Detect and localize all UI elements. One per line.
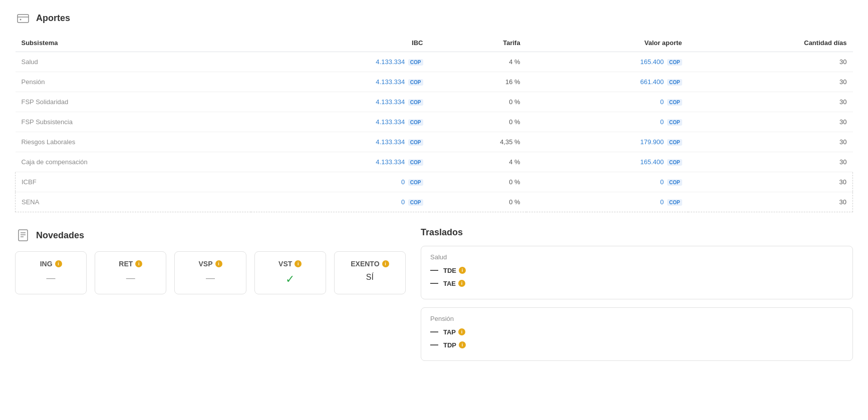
aportes-table: Subsistema IBC Tarifa Valor aporte Canti… <box>15 34 853 212</box>
ibc-cell: 4.133.334 COP <box>251 132 429 152</box>
ibc-cop-badge: COP <box>408 159 423 166</box>
subsystem-name: Salud <box>16 52 251 72</box>
ibc-cell: 4.133.334 COP <box>251 92 429 112</box>
info-icon-tae[interactable]: i <box>458 280 465 287</box>
valor-cell: 165.400 COP <box>526 152 688 172</box>
ibc-cop-badge: COP <box>408 99 423 106</box>
novedad-card-vst: VST i ✓ <box>254 251 326 294</box>
col-cantidad-dias: Cantidad días <box>688 34 853 52</box>
tarifa-cell: 0 % <box>429 92 526 112</box>
valor-cell: 0 COP <box>526 112 688 132</box>
valor-cell: 179.900 COP <box>526 132 688 152</box>
ibc-value: 0 <box>401 198 405 206</box>
subsystem-name: ICBF <box>16 172 251 192</box>
novedad-value-vst: ✓ <box>263 273 318 286</box>
traslado-row: — TDE i <box>430 266 843 275</box>
info-icon-vsp[interactable]: i <box>215 260 222 267</box>
dias-cell: 30 <box>688 132 853 152</box>
tarifa-cell: 0 % <box>429 192 526 212</box>
novedad-label-exento: EXENTO i <box>343 260 397 268</box>
ibc-cell: 4.133.334 COP <box>251 152 429 172</box>
info-icon-vst[interactable]: i <box>295 260 302 267</box>
dias-cell: 30 <box>688 92 853 112</box>
traslado-label-tdp: TDP i <box>443 341 466 349</box>
novedad-value-ret: — <box>103 273 158 283</box>
novedad-label-ing: ING i <box>24 260 78 268</box>
tarifa-cell: 0 % <box>429 112 526 132</box>
traslado-card-salud: Salud — TDE i — TAE i <box>421 246 853 299</box>
subsystem-name: SENA <box>16 192 251 212</box>
subsystem-name: Riesgos Laborales <box>16 132 251 152</box>
ibc-value: 4.133.334 <box>376 78 405 86</box>
valor-cop-badge: COP <box>667 119 682 126</box>
ibc-cop-badge: COP <box>408 199 423 206</box>
svg-rect-2 <box>19 230 28 241</box>
info-icon-ret[interactable]: i <box>135 260 142 267</box>
ibc-cop-badge: COP <box>408 59 423 66</box>
col-ibc: IBC <box>251 34 429 52</box>
ibc-cop-badge: COP <box>408 179 423 186</box>
page-container: Aportes Subsistema IBC Tarifa Valor apor… <box>0 0 868 420</box>
aportes-icon <box>15 10 31 26</box>
valor-cop-badge: COP <box>667 59 682 66</box>
novedades-section: Novedades ING i — RET i — VSP i — VST i … <box>15 227 406 369</box>
traslado-card-pensión: Pensión — TAP i — TDP i <box>421 307 853 361</box>
novedad-card-ing: ING i — <box>15 251 87 294</box>
tarifa-cell: 4,35 % <box>429 132 526 152</box>
table-row: FSP Subsistencia 4.133.334 COP 0 % 0 COP… <box>16 112 853 132</box>
ibc-cop-badge: COP <box>408 139 423 146</box>
novedades-cards: ING i — RET i — VSP i — VST i ✓ EXENTO i… <box>15 251 406 294</box>
traslado-label-tae: TAE i <box>443 280 465 287</box>
aportes-section-header: Aportes <box>15 10 853 26</box>
novedad-value-ing: — <box>24 273 78 283</box>
dias-cell: 30 <box>688 72 853 92</box>
traslados-section-header: Traslados <box>421 227 853 238</box>
info-icon-exento[interactable]: i <box>382 260 389 267</box>
ibc-value: 4.133.334 <box>376 118 405 126</box>
novedad-value-vsp: — <box>183 273 237 283</box>
valor-cell: 0 COP <box>526 192 688 212</box>
info-icon-ing[interactable]: i <box>55 260 62 267</box>
tarifa-cell: 0 % <box>429 172 526 192</box>
novedad-card-ret: RET i — <box>95 251 166 294</box>
traslado-dash: — <box>430 266 438 275</box>
traslado-label-tap: TAP i <box>443 328 465 336</box>
ibc-value: 4.133.334 <box>376 98 405 106</box>
col-subsistema: Subsistema <box>16 34 251 52</box>
ibc-cell: 4.133.334 COP <box>251 112 429 132</box>
dias-cell: 30 <box>688 52 853 72</box>
subsystem-name: FSP Subsistencia <box>16 112 251 132</box>
subsystem-name: Pensión <box>16 72 251 92</box>
info-icon-tdp[interactable]: i <box>459 341 466 348</box>
info-icon-tap[interactable]: i <box>458 328 465 335</box>
valor-cell: 0 COP <box>526 92 688 112</box>
novedad-card-vsp: VSP i — <box>174 251 246 294</box>
traslado-dash: — <box>430 327 438 336</box>
ibc-cell: 0 COP <box>251 172 429 192</box>
ibc-cell: 4.133.334 COP <box>251 72 429 92</box>
valor-value: 0 <box>660 178 664 186</box>
traslado-row: — TDP i <box>430 340 843 349</box>
dias-cell: 30 <box>688 152 853 172</box>
valor-value: 165.400 <box>640 58 664 66</box>
valor-cell: 165.400 COP <box>526 52 688 72</box>
novedades-title: Novedades <box>36 230 84 241</box>
dashed-table-row: ICBF 0 COP 0 % 0 COP 30 <box>16 172 853 192</box>
valor-value: 0 <box>660 118 664 126</box>
traslado-dash: — <box>430 340 438 349</box>
valor-value: 661.400 <box>640 78 664 86</box>
ibc-cop-badge: COP <box>408 119 423 126</box>
svg-point-1 <box>20 19 22 21</box>
valor-value: 179.900 <box>640 138 664 146</box>
novedad-card-exento: EXENTO i SÍ <box>334 251 406 294</box>
tarifa-cell: 4 % <box>429 152 526 172</box>
info-icon-tde[interactable]: i <box>459 267 466 274</box>
col-valor-aporte: Valor aporte <box>526 34 688 52</box>
valor-cop-badge: COP <box>667 159 682 166</box>
traslados-title: Traslados <box>421 227 463 238</box>
traslado-row: — TAE i <box>430 279 843 288</box>
tarifa-cell: 4 % <box>429 52 526 72</box>
col-tarifa: Tarifa <box>429 34 526 52</box>
ibc-cell: 0 COP <box>251 192 429 212</box>
table-row: Salud 4.133.334 COP 4 % 165.400 COP 30 <box>16 52 853 72</box>
